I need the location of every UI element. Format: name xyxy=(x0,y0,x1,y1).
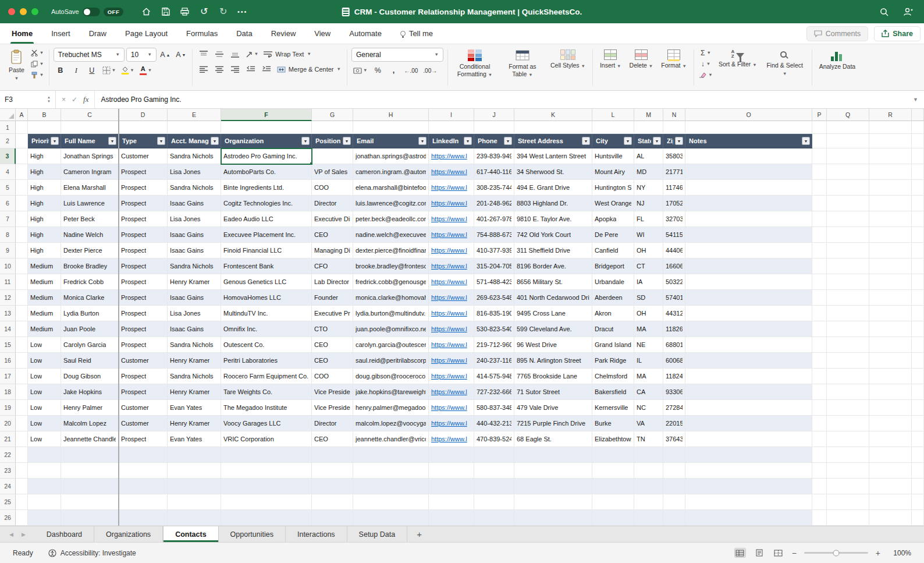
cell-L8[interactable]: De Pere xyxy=(592,227,634,243)
cell-G25[interactable] xyxy=(312,494,353,510)
cell-B24[interactable] xyxy=(28,479,61,494)
cell-H25[interactable] xyxy=(353,494,429,510)
cell-E25[interactable] xyxy=(168,494,221,510)
cell-E9[interactable]: Isaac Gains xyxy=(168,243,221,259)
row-header-15[interactable]: 15 xyxy=(0,337,16,353)
sheet-tab-setup-data[interactable]: Setup Data xyxy=(347,526,408,542)
cell-J1[interactable] xyxy=(474,121,514,134)
cell-B12[interactable]: Medium xyxy=(28,290,61,306)
cell-G4[interactable]: VP of Sales xyxy=(312,164,353,180)
cell-G3[interactable] xyxy=(312,148,353,164)
cell-N17[interactable]: 11824 xyxy=(663,369,685,384)
cell-R20[interactable] xyxy=(869,416,912,431)
cell-J12[interactable]: 269-623-5487 xyxy=(474,290,514,306)
analyze-data-button[interactable]: Analyze Data xyxy=(816,48,858,72)
cell-Q24[interactable] xyxy=(827,479,869,494)
italic-button[interactable]: I xyxy=(69,64,83,77)
normal-view-icon[interactable] xyxy=(734,548,746,558)
cell-D6[interactable]: Prospect xyxy=(119,196,168,211)
cell-D1[interactable] xyxy=(119,121,168,134)
cell-E8[interactable]: Isaac Gains xyxy=(168,227,221,243)
cell-I7[interactable]: https://www.l xyxy=(429,211,474,227)
cell-K26[interactable] xyxy=(514,510,592,526)
cell-N18[interactable]: 93306 xyxy=(663,384,685,400)
cell-G8[interactable]: CEO xyxy=(312,227,353,243)
cell-K23[interactable] xyxy=(514,463,592,479)
cell-C23[interactable] xyxy=(61,463,119,479)
cell-P24[interactable] xyxy=(812,479,827,494)
cell-M24[interactable] xyxy=(634,479,663,494)
cell-C5[interactable]: Elena Marshall xyxy=(61,180,119,196)
autosave-toggle[interactable] xyxy=(83,8,100,16)
cell-E20[interactable]: Henry Kramer xyxy=(168,416,221,431)
cell-A12[interactable] xyxy=(16,290,28,306)
increase-font-button[interactable]: A▲ xyxy=(158,48,172,61)
cell-B1[interactable] xyxy=(28,121,61,134)
row-header-9[interactable]: 9 xyxy=(0,243,16,259)
cell-O13[interactable] xyxy=(685,306,812,321)
cell-H17[interactable]: doug.gibson@rooceroco.co xyxy=(353,369,429,384)
fill-handle[interactable] xyxy=(310,162,312,164)
cell-R17[interactable] xyxy=(869,369,912,384)
cell-F1[interactable] xyxy=(221,121,312,134)
cell-F17[interactable]: Roocero Farm Equipment Co. xyxy=(221,369,312,384)
formula-input[interactable]: Astrodeo Pro Gaming Inc. xyxy=(95,91,907,108)
cell-J20[interactable]: 440-432-2132 xyxy=(474,416,514,431)
cell-G1[interactable] xyxy=(312,121,353,134)
insert-function-icon[interactable]: fx xyxy=(83,95,88,104)
cell-P18[interactable] xyxy=(812,384,827,400)
cell-I23[interactable] xyxy=(429,463,474,479)
table-header-street-address[interactable]: Street Address▼ xyxy=(514,134,592,148)
cell-F10[interactable]: Frontescent Bank xyxy=(221,259,312,274)
cell-M15[interactable]: NE xyxy=(634,337,663,353)
filter-icon[interactable]: ▼ xyxy=(504,137,512,145)
column-header-M[interactable]: M xyxy=(634,109,663,121)
filter-icon[interactable]: ▼ xyxy=(418,137,427,145)
cell-J6[interactable]: 201-248-9620 xyxy=(474,196,514,211)
column-header-N[interactable]: N xyxy=(663,109,685,121)
cell-R1[interactable] xyxy=(869,121,912,134)
cell-D23[interactable] xyxy=(119,463,168,479)
cell-K25[interactable] xyxy=(514,494,592,510)
cell-R14[interactable] xyxy=(869,321,912,337)
cell-E15[interactable]: Sandra Nichols xyxy=(168,337,221,353)
cell-H22[interactable] xyxy=(353,447,429,463)
cell-O12[interactable] xyxy=(685,290,812,306)
cell-H21[interactable]: jeannette.chandler@vricco xyxy=(353,431,429,447)
cell-O10[interactable] xyxy=(685,259,812,274)
cell-A3[interactable] xyxy=(16,148,28,164)
page-layout-view-icon[interactable] xyxy=(754,548,765,558)
cell-O11[interactable] xyxy=(685,274,812,290)
cell-D4[interactable]: Prospect xyxy=(119,164,168,180)
cell-M8[interactable]: WI xyxy=(634,227,663,243)
cell-F9[interactable]: Finoid Financial LLC xyxy=(221,243,312,259)
cell-D5[interactable]: Prospect xyxy=(119,180,168,196)
filter-icon[interactable]: ▼ xyxy=(802,137,810,145)
cell-H18[interactable]: jake.hopkins@tareweightsc xyxy=(353,384,429,400)
row-header-16[interactable]: 16 xyxy=(0,353,16,369)
cell-O6[interactable] xyxy=(685,196,812,211)
cell-Q13[interactable] xyxy=(827,306,869,321)
cell-O22[interactable] xyxy=(685,447,812,463)
cell-B23[interactable] xyxy=(28,463,61,479)
cell-B6[interactable]: High xyxy=(28,196,61,211)
cell-G14[interactable]: CTO xyxy=(312,321,353,337)
cell-A23[interactable] xyxy=(16,463,28,479)
cell-H9[interactable]: dexter.pierce@finoidfinan xyxy=(353,243,429,259)
fill-button[interactable]: ↓▼ xyxy=(698,59,713,69)
cell-N7[interactable]: 32703 xyxy=(663,211,685,227)
cell-J17[interactable]: 414-575-9481 xyxy=(474,369,514,384)
ribbon-tab-formulas[interactable]: Formulas xyxy=(185,23,219,44)
copy-button[interactable]: ▼ xyxy=(30,59,45,69)
column-header-K[interactable]: K xyxy=(514,109,592,121)
cell-styles-button[interactable]: Cell Styles ▼ xyxy=(548,48,588,71)
cell-R18[interactable] xyxy=(869,384,912,400)
decrease-decimal-button[interactable]: .00→ xyxy=(421,64,439,77)
align-left-button[interactable] xyxy=(197,63,211,76)
cell-J26[interactable] xyxy=(474,510,514,526)
cell-C21[interactable]: Jeannette Chandler xyxy=(61,431,119,447)
table-header-acct-manager[interactable]: Acct. Manager▼ xyxy=(168,134,221,148)
cell-N3[interactable]: 35803 xyxy=(663,148,685,164)
cell-P20[interactable] xyxy=(812,416,827,431)
cell-O19[interactable] xyxy=(685,400,812,416)
